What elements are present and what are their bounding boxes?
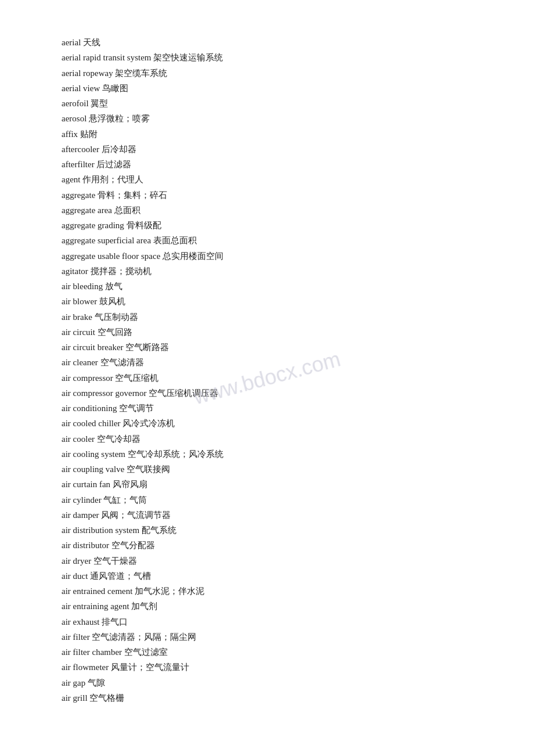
list-item: air entrained cement 加气水泥；伴水泥	[62, 584, 488, 599]
dictionary-content: aerial 天线aerial rapid transit system 架空快…	[62, 35, 488, 705]
list-item: air exhaust 排气口	[62, 614, 488, 629]
list-item: aerial ropeway 架空缆车系统	[62, 66, 488, 81]
list-item: aggregate superficial area 表面总面积	[62, 233, 488, 248]
list-item: aerial view 鸟瞰图	[62, 81, 488, 96]
list-item: air filter 空气滤清器；风隔；隔尘网	[62, 629, 488, 645]
list-item: aerofoil 翼型	[62, 96, 488, 111]
list-item: aggregate area 总面积	[62, 203, 488, 218]
list-item: aftercooler 后冷却器	[62, 142, 488, 157]
list-item: air entraining agent 加气剂	[62, 599, 488, 614]
list-item: air distributor 空气分配器	[62, 538, 488, 553]
list-item: air brake 气压制动器	[62, 309, 488, 325]
list-item: air compressor governor 空气压缩机调压器	[62, 386, 488, 401]
list-item: air circuit 空气回路	[62, 325, 488, 340]
list-item: agitator 搅拌器；搅动机	[62, 264, 488, 279]
list-item: air dryer 空气干燥器	[62, 553, 488, 568]
list-item: air cleaner 空气滤清器	[62, 355, 488, 370]
list-item: air coupling valve 空气联接阀	[62, 462, 488, 477]
list-item: air cooler 空气冷却器	[62, 431, 488, 447]
list-item: air cooling system 空气冷却系统；风冷系统	[62, 447, 488, 462]
list-item: aggregate grading 骨料级配	[62, 218, 488, 233]
list-item: air blower 鼓风机	[62, 294, 488, 309]
list-item: air distribution system 配气系统	[62, 523, 488, 538]
list-item: air filter chamber 空气过滤室	[62, 645, 488, 660]
list-item: air damper 风阀；气流调节器	[62, 507, 488, 523]
list-item: air conditioning 空气调节	[62, 401, 488, 416]
list-item: air compressor 空气压缩机	[62, 370, 488, 386]
list-item: air cooled chiller 风冷式冷冻机	[62, 416, 488, 431]
list-item: aerosol 悬浮微粒；喷雾	[62, 111, 488, 126]
list-item: air gap 气隙	[62, 675, 488, 690]
list-item: air duct 通风管道；气槽	[62, 568, 488, 584]
list-item: aggregate 骨料；集料；碎石	[62, 188, 488, 203]
list-item: air bleeding 放气	[62, 279, 488, 294]
list-item: aerial rapid transit system 架空快速运输系统	[62, 50, 488, 65]
list-item: agent 作用剂；代理人	[62, 172, 488, 187]
list-item: affix 贴附	[62, 127, 488, 142]
list-item: air cylinder 气缸；气筒	[62, 492, 488, 507]
list-item: air circuit breaker 空气断路器	[62, 340, 488, 355]
list-item: aggregate usable floor space 总实用楼面空间	[62, 249, 488, 264]
list-item: afterfilter 后过滤器	[62, 157, 488, 172]
list-item: air grill 空气格栅	[62, 690, 488, 705]
list-item: aerial 天线	[62, 35, 488, 50]
list-item: air curtain fan 风帘风扇	[62, 477, 488, 492]
list-item: air flowmeter 风量计；空气流量计	[62, 660, 488, 675]
